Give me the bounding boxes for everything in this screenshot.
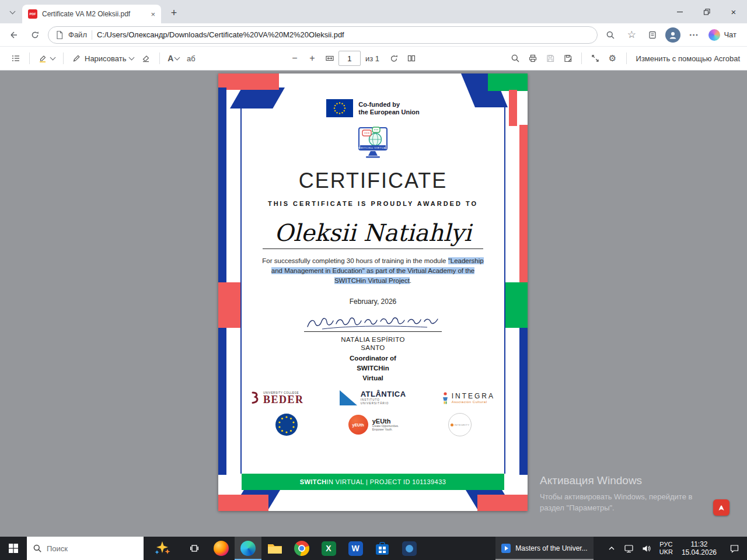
recipient-name: Oleksii Natiahlyi [244, 220, 502, 246]
print-button[interactable] [524, 50, 542, 67]
widgets-button[interactable] [144, 537, 181, 560]
app-icon-store[interactable] [369, 537, 396, 560]
folder-icon [267, 542, 282, 555]
save-button[interactable] [542, 50, 559, 67]
task-view-button[interactable] [181, 537, 208, 560]
cert-footer-bold: SWITCH [300, 478, 327, 485]
address-divider [92, 30, 92, 40]
zoom-in-button[interactable]: + [303, 50, 321, 67]
language-indicator[interactable]: РУС UKR [655, 537, 677, 560]
selected-text: and Management in Education" as part of … [271, 267, 474, 274]
certificate-body: For successfully completing 30 hours of … [244, 256, 502, 286]
acrobat-floating-button[interactable] [713, 499, 729, 516]
pdf-viewport[interactable]: SWITCHIN VIRTUAL | PROJECT ID 101139433 … [0, 71, 747, 537]
draw-label: Нарисовать [85, 54, 126, 63]
highlighter-icon [38, 54, 47, 63]
tab-strip: PDF Certificate VA M2 Oleksii.pdf × + × [0, 0, 747, 23]
zoom-out-button[interactable]: − [286, 50, 303, 67]
app-icon-explorer[interactable] [261, 537, 288, 560]
app-icon-excel[interactable]: X [315, 537, 342, 560]
collections-button[interactable] [644, 27, 661, 43]
word-icon: W [348, 541, 363, 556]
certificate-content: Co-funded bythe European Union SWITCHin … [244, 94, 502, 437]
active-tab[interactable]: PDF Certificate VA M2 Oleksii.pdf × [22, 5, 161, 23]
svg-text:SWITCHin VIRTUAL: SWITCHin VIRTUAL [358, 146, 388, 149]
fullscreen-button[interactable] [587, 50, 604, 67]
cert-footer-rest: IN VIRTUAL | PROJECT ID 101139433 [327, 478, 446, 485]
volume-button[interactable] [638, 537, 655, 560]
address-bar[interactable]: Файл C:/Users/Олександр/Downloads/Certif… [48, 26, 598, 44]
tray-expand-button[interactable] [603, 537, 620, 560]
app-icon-firefox[interactable] [208, 537, 235, 560]
network-button[interactable] [620, 537, 638, 560]
signatory-role: SWITCHin [244, 363, 502, 373]
acrobat-icon [716, 502, 727, 513]
save-as-button[interactable] [559, 50, 577, 67]
windows-activation-watermark: Активация Windows Чтобы активировать Win… [540, 474, 692, 513]
highlight-tool[interactable] [34, 54, 58, 63]
eu-funding-line1: Co-funded by [358, 101, 420, 108]
read-aloud-icon: A [167, 54, 173, 63]
refresh-button[interactable] [27, 27, 43, 43]
page-total-label: из 1 [365, 54, 379, 63]
edit-with-acrobat-button[interactable]: Изменить с помощью Acrobat [636, 54, 740, 63]
integra-logo: INTEGRAAsociación Cultural [442, 391, 495, 404]
new-tab-button[interactable]: + [167, 6, 181, 20]
taskbar-search[interactable] [27, 537, 144, 560]
cert-border-shape [488, 74, 528, 91]
zoom-button[interactable] [602, 27, 619, 43]
two-page-icon [407, 54, 416, 63]
taskbar-search-input[interactable] [47, 544, 128, 553]
app-icon-chrome[interactable] [288, 537, 315, 560]
copilot-icon [708, 29, 720, 41]
taskbar-window-masters[interactable]: Masters of the Univer... [495, 537, 593, 560]
page-view-button[interactable] [403, 50, 420, 67]
app-icon-edge[interactable] [235, 537, 261, 560]
file-chip-label: Файл [68, 30, 87, 39]
partner-logos-row1: UNIVERSITY COLLEGEBEDER ATLÂNTICAINSTITU… [244, 390, 502, 405]
pen-icon [72, 54, 81, 63]
rotate-button[interactable] [385, 50, 403, 67]
fit-width-button[interactable] [321, 50, 338, 67]
eraser-button[interactable] [137, 50, 155, 67]
minimize-button[interactable] [666, 0, 693, 23]
read-aloud-button[interactable]: A [165, 50, 182, 67]
certificate-subtitle: THIS CERTIFICATE IS PROUDLY AWARDED TO [244, 200, 502, 207]
favorites-button[interactable]: ☆ [623, 27, 640, 43]
tab-search-button[interactable] [5, 6, 20, 19]
navigation-bar: Файл C:/Users/Олександр/Downloads/Certif… [0, 23, 747, 47]
signature-image [305, 314, 442, 331]
clock[interactable]: 11:32 15.04.2026 [677, 537, 721, 560]
window-title: Masters of the Univer... [515, 544, 587, 552]
menu-button[interactable]: ⋯ [685, 27, 701, 43]
integra-figure-icon [442, 391, 449, 404]
gear-icon: ⚙ [609, 53, 616, 64]
translate-button[interactable]: аб [182, 50, 200, 67]
signatory-role: Coordinator of [244, 354, 502, 363]
watermark-line: Чтобы активировать Windows, перейдите в [540, 491, 692, 502]
draw-tool[interactable]: Нарисовать [68, 54, 137, 63]
tab-close-icon[interactable]: × [151, 10, 155, 18]
copilot-button[interactable]: Чат [706, 28, 741, 42]
integrity-logo: INTEGRITY [448, 413, 472, 436]
close-button[interactable]: × [720, 0, 747, 23]
partner-logos-row2: yEUth yEUthCreate Opportunities.Empower … [244, 412, 502, 437]
page-number-input[interactable] [338, 51, 361, 66]
search-document-button[interactable] [507, 50, 524, 67]
settings-button[interactable]: ⚙ [604, 50, 622, 67]
back-button[interactable] [6, 27, 22, 43]
profile-avatar[interactable] [665, 27, 680, 43]
restore-button[interactable] [693, 0, 720, 23]
file-icon [55, 30, 64, 40]
language-bottom: UKR [659, 548, 673, 556]
app-icon-photos[interactable] [396, 537, 423, 560]
app-icon-word[interactable]: W [342, 537, 369, 560]
integrity-dot-icon [451, 424, 453, 426]
tab-title: Certificate VA M2 Oleksii.pdf [42, 10, 146, 18]
action-center-button[interactable] [721, 537, 747, 560]
window-controls: × [666, 0, 747, 23]
toc-button[interactable] [7, 50, 25, 67]
start-button[interactable] [0, 537, 27, 560]
magnifier-icon [606, 30, 615, 40]
cert-footer-bar: SWITCHIN VIRTUAL | PROJECT ID 101139433 [242, 474, 504, 490]
